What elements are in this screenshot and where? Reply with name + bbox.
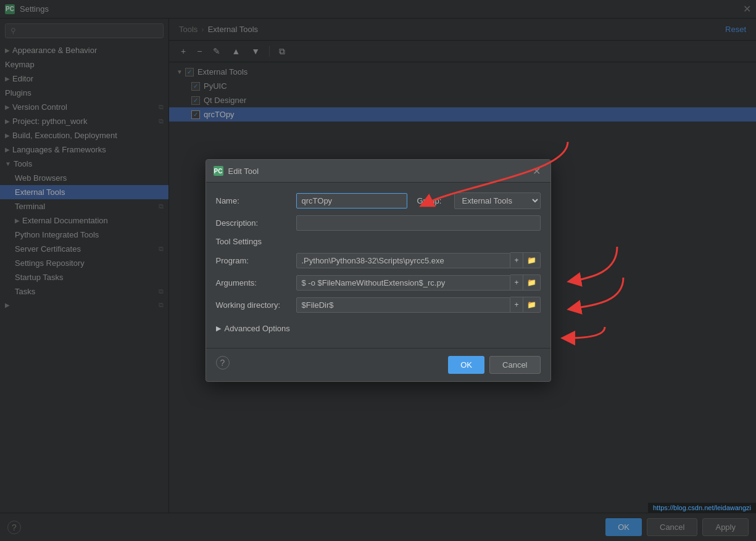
dialog-title: Edit Tool [228, 167, 259, 176]
dialog-buttons: ? OK Cancel [206, 348, 550, 381]
description-label: Description: [216, 218, 296, 228]
arguments-label: Arguments: [216, 278, 296, 287]
working-dir-label: Working directory: [216, 300, 296, 310]
tool-settings-label: Tool Settings [216, 237, 541, 246]
program-label: Program: [216, 256, 296, 265]
dialog-ok-button[interactable]: OK [448, 356, 484, 374]
watermark: https://blog.csdn.net/leidawangzi [648, 503, 756, 513]
working-dir-add-button[interactable]: + [510, 297, 523, 313]
working-dir-browse-button[interactable]: 📁 [523, 297, 541, 313]
arguments-input[interactable] [296, 275, 511, 291]
description-input[interactable] [296, 215, 541, 231]
name-label: Name: [216, 196, 296, 205]
program-input[interactable] [296, 253, 511, 268]
arguments-add-button[interactable]: + [510, 275, 523, 291]
dialog-close-button[interactable]: ✕ [531, 165, 543, 177]
advanced-label: Advanced Options [225, 324, 290, 333]
arguments-browse-button[interactable]: 📁 [523, 275, 541, 291]
dialog-icon: PC [214, 166, 223, 176]
dialog-body: Name: Group: External Tools Description:… [206, 183, 550, 348]
program-browse-button[interactable]: 📁 [523, 252, 541, 268]
edit-tool-dialog: PC Edit Tool ✕ Name: Group: External Too… [206, 159, 551, 382]
advanced-options-row[interactable]: ▶ Advanced Options [216, 319, 541, 338]
dialog-help-button[interactable]: ? [216, 356, 230, 370]
description-row: Description: [216, 215, 541, 231]
program-row: Program: + 📁 [216, 252, 541, 268]
program-input-group: + 📁 [296, 252, 541, 268]
dialog-overlay: PC Edit Tool ✕ Name: Group: External Too… [0, 0, 756, 541]
group-select[interactable]: External Tools [454, 192, 541, 209]
dialog-cancel-button[interactable]: Cancel [489, 356, 540, 374]
name-group-row: Name: Group: External Tools [216, 192, 541, 209]
program-add-button[interactable]: + [510, 252, 523, 268]
working-dir-input-group: + 📁 [296, 297, 541, 313]
arguments-input-group: + 📁 [296, 275, 541, 291]
arguments-row: Arguments: + 📁 [216, 275, 541, 291]
working-dir-input[interactable] [296, 297, 511, 313]
dialog-title-bar: PC Edit Tool ✕ [206, 160, 550, 183]
name-input[interactable] [296, 193, 407, 209]
working-dir-row: Working directory: + 📁 [216, 297, 541, 313]
advanced-arrow: ▶ [216, 324, 221, 332]
group-label: Group: [417, 196, 454, 205]
